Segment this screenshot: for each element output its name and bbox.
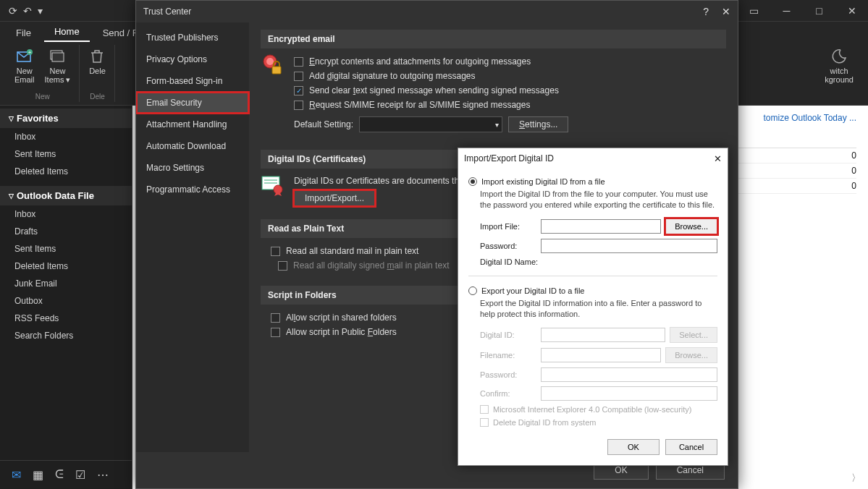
export-description: Export the Digital ID information into a… bbox=[468, 298, 717, 326]
radio-export[interactable]: Export your Digital ID to a file bbox=[468, 284, 717, 298]
trash-icon bbox=[88, 48, 106, 65]
tc-nav-email-security[interactable]: Email Security bbox=[136, 92, 249, 114]
people-icon[interactable]: ᕮ bbox=[55, 468, 64, 482]
close-icon[interactable]: ✕ bbox=[722, 6, 730, 17]
import-description: Import the Digital ID from the file to y… bbox=[468, 189, 717, 216]
minimize-button[interactable]: ─ bbox=[770, 0, 803, 22]
digitalid-input bbox=[541, 328, 665, 342]
switch-background-button[interactable]: witchkground bbox=[822, 45, 856, 87]
default-setting-dropdown[interactable] bbox=[359, 116, 502, 132]
tc-nav-form-signin[interactable]: Form-based Sign-in bbox=[136, 70, 249, 92]
settings-button[interactable]: Settings... bbox=[508, 116, 568, 132]
quick-access-toolbar: ⟳ ↶ ▾ bbox=[0, 0, 43, 22]
delete-label: Dele bbox=[89, 67, 106, 75]
help-icon[interactable]: ? bbox=[703, 6, 709, 17]
ribbon-group-delete: Dele Dele bbox=[80, 45, 115, 102]
confirm-label: Confirm: bbox=[480, 389, 536, 398]
nav-header-datafile[interactable]: ▽Outlook Data File bbox=[0, 186, 132, 205]
section-encrypted-email: Encrypted email bbox=[261, 30, 726, 48]
close-icon[interactable]: ✕ bbox=[714, 153, 722, 164]
chk-encrypt-outgoing[interactable]: Encrypt contents and attachments for out… bbox=[294, 54, 726, 69]
import-dialog-buttons: OK Cancel bbox=[458, 432, 728, 465]
new-items-button[interactable]: New Items ▾ bbox=[42, 45, 74, 87]
nav-drafts[interactable]: Drafts bbox=[0, 223, 132, 240]
nav-outbox[interactable]: Outbox bbox=[0, 292, 132, 310]
dialog-title: Trust Center bbox=[143, 7, 191, 17]
nav-header-favorites[interactable]: ▽Favorites bbox=[0, 109, 132, 128]
import-file-input[interactable] bbox=[541, 219, 661, 234]
svg-point-11 bbox=[274, 185, 282, 194]
import-file-label: Import File: bbox=[480, 222, 536, 231]
tab-file[interactable]: File bbox=[6, 24, 41, 42]
browse-button[interactable]: Browse... bbox=[665, 218, 717, 234]
nav-rss[interactable]: RSS Feeds bbox=[0, 310, 132, 327]
ribbon-options-icon[interactable]: ▭ bbox=[738, 0, 770, 22]
filename-label: Filename: bbox=[480, 351, 536, 360]
digital-id-name-field: Digital ID Name: bbox=[468, 255, 717, 268]
tc-nav-attachment-handling[interactable]: Attachment Handling bbox=[136, 114, 249, 135]
group-label-new: New bbox=[35, 91, 50, 102]
digital-id-name-label: Digital ID Name: bbox=[480, 258, 538, 266]
ribbon-right-fragment: witchkground bbox=[816, 45, 862, 102]
chk-cleartext-signed[interactable]: Send clear text signed message when send… bbox=[294, 83, 726, 98]
tc-nav-trusted-publishers[interactable]: Trusted Publishers bbox=[136, 27, 249, 48]
qat-dropdown-icon[interactable]: ▾ bbox=[38, 5, 43, 17]
import-ok-button[interactable]: OK bbox=[607, 439, 660, 455]
tc-nav-automatic-download[interactable]: Automatic Download bbox=[136, 135, 249, 157]
digitalid-label: Digital ID: bbox=[480, 331, 536, 339]
certificate-icon bbox=[261, 174, 284, 197]
calendar-icon[interactable]: ▦ bbox=[33, 468, 43, 482]
nav-pane: ▽Favorites Inbox Sent Items Deleted Item… bbox=[0, 106, 132, 489]
export-password-field: Password: bbox=[468, 365, 717, 384]
nav-fav-sent[interactable]: Sent Items bbox=[0, 145, 132, 163]
group-label-delete: Dele bbox=[90, 91, 105, 102]
undo-icon[interactable]: ↶ bbox=[23, 5, 32, 17]
new-email-label: New Email bbox=[14, 67, 35, 84]
filename-input bbox=[541, 348, 661, 362]
trust-center-nav: Trusted Publishers Privacy Options Form-… bbox=[136, 22, 249, 452]
nav-search[interactable]: Search Folders bbox=[0, 327, 132, 344]
nav-inbox[interactable]: Inbox bbox=[0, 205, 132, 223]
password2-label: Password: bbox=[480, 370, 536, 379]
new-email-button[interactable]: + New Email bbox=[12, 45, 38, 87]
import-export-button[interactable]: Import/Export... bbox=[294, 190, 375, 206]
close-button[interactable]: ✕ bbox=[835, 0, 868, 22]
chk-digital-signature[interactable]: Add digital signature to outgoing messag… bbox=[294, 69, 726, 83]
sync-icon[interactable]: ⟳ bbox=[9, 5, 17, 17]
import-dialog-title: Import/Export Digital ID bbox=[464, 153, 554, 163]
switch-label: witchkground bbox=[825, 67, 854, 84]
nav-junk[interactable]: Junk Email bbox=[0, 275, 132, 292]
svg-point-6 bbox=[266, 58, 274, 65]
chk-smime-receipt[interactable]: Request S/MIME receipt for all S/MIME si… bbox=[294, 98, 726, 112]
ribbon-group-new: + New Email New Items ▾ New bbox=[6, 45, 80, 102]
tc-nav-programmatic-access[interactable]: Programmatic Access bbox=[136, 179, 249, 200]
tasks-icon[interactable]: ☑ bbox=[75, 468, 85, 482]
customize-link[interactable]: tomize Outlook Today ... bbox=[763, 113, 856, 123]
export-digitalid-field: Digital ID: Select... bbox=[468, 325, 717, 345]
tc-nav-macro-settings[interactable]: Macro Settings bbox=[136, 157, 249, 179]
tc-nav-privacy-options[interactable]: Privacy Options bbox=[136, 48, 249, 70]
maximize-button[interactable]: □ bbox=[803, 0, 835, 22]
nav-fav-inbox[interactable]: Inbox bbox=[0, 128, 132, 145]
new-items-label: New Items ▾ bbox=[45, 67, 71, 84]
nav-fav-deleted[interactable]: Deleted Items bbox=[0, 163, 132, 180]
medal-lock-icon bbox=[261, 54, 284, 77]
scroll-right-icon[interactable]: 〉 bbox=[851, 472, 861, 485]
delete-button[interactable]: Dele bbox=[85, 45, 109, 78]
chk-delete-digitalid: Delete Digital ID from system bbox=[468, 416, 717, 429]
nav-deleted[interactable]: Deleted Items bbox=[0, 258, 132, 275]
export-confirm-field: Confirm: bbox=[468, 384, 717, 403]
more-icon[interactable]: ⋯ bbox=[97, 468, 109, 482]
import-cancel-button[interactable]: Cancel bbox=[665, 439, 717, 455]
chevron-down-icon: ▽ bbox=[9, 192, 14, 200]
tab-home[interactable]: Home bbox=[44, 22, 90, 42]
nav-sent[interactable]: Sent Items bbox=[0, 240, 132, 258]
password-input[interactable] bbox=[541, 239, 717, 253]
default-setting-label: Default Setting: bbox=[294, 119, 353, 129]
mail-icon[interactable]: ✉ bbox=[12, 468, 21, 482]
nav-bottom-bar: ✉ ▦ ᕮ ☑ ⋯ bbox=[0, 460, 132, 489]
browse2-button: Browse... bbox=[665, 347, 717, 363]
export-filename-field: Filename: Browse... bbox=[468, 345, 717, 365]
svg-rect-4 bbox=[52, 53, 64, 61]
radio-import[interactable]: Import existing Digital ID from a file bbox=[468, 174, 717, 189]
